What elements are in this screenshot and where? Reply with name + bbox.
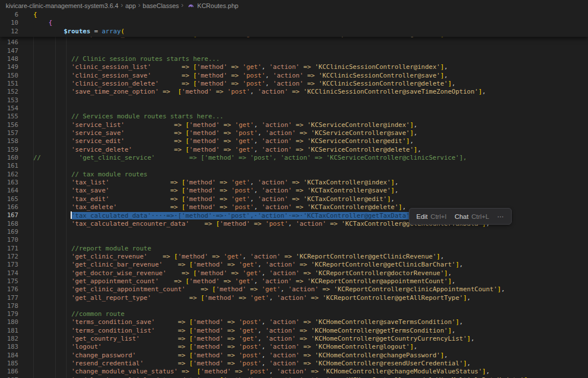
code-text[interactable]: 'get_appointment_count' => ['method' => … [18,277,455,286]
line-number[interactable]: 168 [0,220,18,228]
code-text[interactable] [18,236,33,244]
sticky-line[interactable]: 6{ [0,11,588,19]
code-line[interactable]: 156 'service_list' => ['method' => 'get'… [0,121,588,129]
line-number[interactable]: 157 [0,129,18,137]
breadcrumb-item[interactable]: baseClasses [143,2,179,9]
code-text[interactable]: 'logout' => ['method' => 'post', 'action… [18,343,417,351]
code-line[interactable]: 158 'service_edit' => ['method' => 'get'… [0,137,588,145]
code-text[interactable]: // 'get_clinic_service' => ['method' => … [18,154,467,162]
code-line[interactable]: 153 [0,97,588,105]
breadcrumb-item[interactable]: app [125,2,136,9]
code-line[interactable]: 164 'tax_save' => ['method' => 'post', '… [0,187,588,195]
line-number[interactable]: 166 [0,203,18,211]
code-line[interactable]: 171 //report module route [0,245,588,253]
edit-button[interactable]: Edit Ctrl+I [416,213,447,220]
line-number[interactable]: 176 [0,286,18,294]
code-line[interactable]: 146 [0,38,588,47]
code-text[interactable]: //report module route [18,245,151,253]
code-line[interactable]: 163 'tax_list' => ['method' => 'get', 'a… [0,179,588,187]
code-line[interactable]: 161 [0,162,588,170]
code-line[interactable]: 178 [0,302,588,310]
code-text[interactable]: 'save_time_zone_option' => ['method' => … [18,88,486,96]
code-text[interactable] [18,105,33,113]
code-line[interactable]: 162 // tax module routes [0,171,588,179]
code-line[interactable]: 170 [0,236,588,244]
code-line[interactable]: 179 //common route [0,310,588,318]
code-line[interactable]: 172 'get_clinic_revenue' => ['method' =>… [0,253,588,261]
line-number[interactable]: 164 [0,187,18,195]
code-text[interactable]: //common route [18,310,125,318]
code-line[interactable]: 184 'change_password' => ['method' => 'p… [0,352,588,360]
code-text[interactable]: $routes = array( [18,28,125,36]
code-text[interactable]: 'clinic_session_delete' => ['method' => … [18,80,455,88]
code-line[interactable]: 147 [0,47,588,55]
code-line[interactable]: 173 'get_clinic_bar_revenue' => ['method… [0,261,588,269]
line-number[interactable]: 151 [0,80,18,88]
code-line[interactable]: 180 'terms_condition_save' => ['method' … [0,318,588,326]
line-number[interactable]: 172 [0,253,18,261]
code-text[interactable]: 'get_country_list' => ['method' => 'get'… [18,335,474,343]
line-number[interactable]: 10 [0,19,18,27]
line-number[interactable]: 148 [0,55,18,63]
code-text[interactable] [18,47,33,55]
code-text[interactable] [18,162,33,170]
code-text[interactable]: 'change_password' => ['method' => 'post'… [18,352,448,360]
code-line[interactable]: 181 'terms_condition_list' => ['method' … [0,327,588,335]
line-number[interactable]: 152 [0,88,18,96]
code-text[interactable]: { [18,19,52,27]
code-line[interactable]: 165 'tax_edit' => ['method' => 'get', 'a… [0,195,588,203]
line-number[interactable]: 163 [0,179,18,187]
code-text[interactable]: 'get_clinic_revenue' => ['method' => 'ge… [18,253,444,261]
code-line[interactable]: 160// 'get_clinic_service' => ['method' … [0,154,588,162]
code-line[interactable]: 182 'get_country_list' => ['method' => '… [0,335,588,343]
line-number[interactable]: 6 [0,11,18,19]
code-text[interactable]: 'change_module_value_status' => ['method… [18,368,490,376]
line-number[interactable]: 182 [0,335,18,343]
sticky-line[interactable]: 10 { [0,19,588,27]
breadcrumb-item[interactable]: kivicare-clinic-management-system3.6.4 [6,2,118,9]
code-text[interactable]: 'service_delete' => ['method' => 'get', … [18,146,421,154]
code-line[interactable]: 186 'change_module_value_status' => ['me… [0,368,588,376]
code-text[interactable]: 'service_list' => ['method' => 'get', 'a… [18,121,417,129]
code-line[interactable]: 176 'get_clinic_appointment_count' => ['… [0,286,588,294]
line-number[interactable]: 177 [0,294,18,302]
line-number[interactable]: 170 [0,236,18,244]
line-number[interactable]: 149 [0,63,18,71]
line-number[interactable]: 185 [0,360,18,368]
line-number[interactable]: 146 [0,38,18,47]
code-text[interactable]: 'tax_calculated_data'····=>·['method'·=>… [18,211,417,219]
line-number[interactable]: 171 [0,245,18,253]
code-text[interactable]: 'get_doctor_wise_revenue' => ['method' =… [18,269,452,277]
line-number[interactable]: 147 [0,47,18,55]
line-number[interactable]: 160 [0,154,18,162]
code-line[interactable]: 150 'clinic_session_save' => ['method' =… [0,72,588,80]
code-text[interactable]: 'tax_save' => ['method' => 'post', 'acti… [18,187,399,195]
line-number[interactable]: 181 [0,327,18,335]
line-number[interactable]: 174 [0,269,18,277]
code-text[interactable]: 'terms_condition_save' => ['method' => '… [18,318,463,326]
code-text[interactable]: 'clinic_session_save' => ['method' => 'p… [18,72,448,80]
code-line[interactable]: 151 'clinic_session_delete' => ['method'… [0,80,588,88]
code-text[interactable]: 'tax_list' => ['method' => 'get', 'actio… [18,179,399,187]
sticky-line[interactable]: 12 $routes = array( [0,28,588,36]
chat-button[interactable]: Chat Ctrl+L [455,213,489,220]
code-text[interactable]: 'get_all_report_type' => ['method' => 'g… [18,294,471,302]
code-line[interactable]: 185 'resend_credential' => ['method' => … [0,360,588,368]
line-number[interactable]: 150 [0,72,18,80]
code-text[interactable]: 'get_clinic_bar_revenue' => ['method' =>… [18,261,463,269]
code-line[interactable]: 159 'service_delete' => ['method' => 'ge… [0,146,588,154]
line-number[interactable]: 186 [0,368,18,376]
code-text[interactable] [18,302,33,310]
code-line[interactable]: 175 'get_appointment_count' => ['method'… [0,277,588,286]
code-text[interactable]: { [18,11,37,19]
code-text[interactable]: 'service_edit' => ['method' => 'get', 'a… [18,137,413,145]
code-text[interactable]: 'terms_condition_list' => ['method' => '… [18,327,455,335]
line-number[interactable]: 175 [0,277,18,286]
line-number[interactable]: 173 [0,261,18,269]
code-text[interactable] [18,228,33,236]
code-text[interactable]: 'tax_delete' => ['method' => 'post', 'ac… [18,203,406,211]
more-actions-button[interactable]: ⋯ [497,213,505,221]
code-text[interactable]: // tax module routes [18,171,148,179]
line-number[interactable]: 183 [0,343,18,351]
code-text[interactable]: 'clinic_session_list' => ['method' => 'g… [18,63,448,71]
